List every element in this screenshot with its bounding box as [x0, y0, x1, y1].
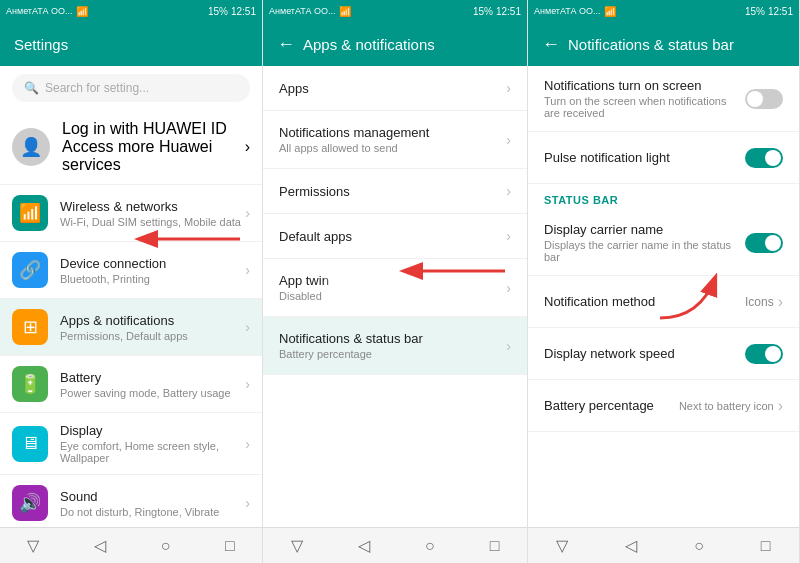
turn-on-text: Notifications turn on screen Turn on the…: [544, 78, 745, 119]
apps-subtitle: Permissions, Default apps: [60, 330, 245, 342]
toggle-turn-on[interactable]: [745, 89, 783, 109]
chevron-right-icon: ›: [245, 319, 250, 335]
turn-on-subtitle: Turn on the screen when notifications ar…: [544, 95, 745, 119]
notif-item-battery-pct[interactable]: Battery percentage Next to battery icon …: [528, 380, 799, 432]
time-2: 12:51: [496, 6, 521, 17]
display-subtitle: Eye comfort, Home screen style, Wallpape…: [60, 440, 245, 464]
wireless-icon: 📶: [12, 195, 48, 231]
settings-item-apps[interactable]: ⊞ Apps & notifications Permissions, Defa…: [0, 299, 262, 356]
network-text: Display network speed: [544, 346, 745, 361]
toggle-pulse[interactable]: [745, 148, 783, 168]
wireless-subtitle: Wi-Fi, Dual SIM settings, Mobile data: [60, 216, 245, 228]
twin-subtitle: Disabled: [279, 290, 329, 302]
carrier-text-1: АнметАТА ОО...: [6, 6, 73, 16]
nav-down-3[interactable]: ▽: [548, 532, 576, 559]
apps-item-notif-mgmt[interactable]: Notifications management All apps allowe…: [263, 111, 527, 169]
status-bar-1: АнметАТА ОО... 📶 15% 12:51: [0, 0, 262, 22]
notif-mgmt-subtitle: All apps allowed to send: [279, 142, 429, 154]
chevron-right-icon: ›: [778, 293, 783, 311]
battery-pct-value: Next to battery icon: [679, 400, 774, 412]
settings-search[interactable]: 🔍 Search for setting...: [12, 74, 250, 102]
nav-home-3[interactable]: ○: [686, 533, 712, 559]
permissions-title: Permissions: [279, 184, 350, 199]
notif-item-carrier: Display carrier name Displays the carrie…: [528, 210, 799, 276]
toggle-thumb: [765, 150, 781, 166]
nav-back-2[interactable]: ◁: [350, 532, 378, 559]
search-icon: 🔍: [24, 81, 39, 95]
back-button-3[interactable]: ←: [542, 34, 560, 55]
nav-back-1[interactable]: ◁: [86, 532, 114, 559]
signal-icon-3: 📶: [604, 6, 616, 17]
apps-item-permissions[interactable]: Permissions ›: [263, 169, 527, 214]
carrier-text: Display carrier name Displays the carrie…: [544, 222, 745, 263]
apps-title: Apps & notifications: [60, 313, 245, 328]
huawei-text: Log in with HUAWEI ID Access more Huawei…: [62, 120, 245, 174]
device-subtitle: Bluetooth, Printing: [60, 273, 245, 285]
avatar: 👤: [12, 128, 50, 166]
settings-title: Settings: [14, 36, 248, 53]
chevron-right-icon: ›: [245, 262, 250, 278]
settings-list: 👤 Log in with HUAWEI ID Access more Huaw…: [0, 110, 262, 527]
toggle-thumb: [765, 346, 781, 362]
notif-item-pulse: Pulse notification light: [528, 132, 799, 184]
chevron-right-icon: ›: [506, 183, 511, 199]
apps-item-notif-status[interactable]: Notifications & status bar Battery perce…: [263, 317, 527, 375]
nav-recent-3[interactable]: □: [753, 533, 779, 559]
settings-item-battery[interactable]: 🔋 Battery Power saving mode, Battery usa…: [0, 356, 262, 413]
settings-item-huawei[interactable]: 👤 Log in with HUAWEI ID Access more Huaw…: [0, 110, 262, 185]
notif-mgmt-title: Notifications management: [279, 125, 429, 140]
apps-item-apps[interactable]: Apps ›: [263, 66, 527, 111]
battery-pct-text: Battery percentage: [544, 398, 679, 413]
sound-icon: 🔊: [12, 485, 48, 521]
settings-item-display[interactable]: 🖥 Display Eye comfort, Home screen style…: [0, 413, 262, 475]
settings-item-sound[interactable]: 🔊 Sound Do not disturb, Ringtone, Vibrat…: [0, 475, 262, 527]
pulse-text: Pulse notification light: [544, 150, 745, 165]
battery-icon: 🔋: [12, 366, 48, 402]
toggle-thumb: [747, 91, 763, 107]
display-icon: 🖥: [12, 426, 48, 462]
notif-status-subtitle: Battery percentage: [279, 348, 423, 360]
settings-item-wireless[interactable]: 📶 Wireless & networks Wi-Fi, Dual SIM se…: [0, 185, 262, 242]
display-title: Display: [60, 423, 245, 438]
sound-subtitle: Do not disturb, Ringtone, Vibrate: [60, 506, 245, 518]
nav-recent-2[interactable]: □: [482, 533, 508, 559]
back-button-2[interactable]: ←: [277, 34, 295, 55]
apps-item-twin[interactable]: App twin Disabled ›: [263, 259, 527, 317]
nav-down-2[interactable]: ▽: [283, 532, 311, 559]
chevron-right-icon: ›: [506, 132, 511, 148]
apps-item-default-apps[interactable]: Default apps ›: [263, 214, 527, 259]
twin-title: App twin: [279, 273, 329, 288]
notif-status-title: Notifications & status bar: [279, 331, 423, 346]
chevron-right-icon: ›: [778, 397, 783, 415]
wireless-text: Wireless & networks Wi-Fi, Dual SIM sett…: [60, 199, 245, 228]
battery-2: 15%: [473, 6, 493, 17]
settings-item-device[interactable]: 🔗 Device connection Bluetooth, Printing …: [0, 242, 262, 299]
time-1: 12:51: [231, 6, 256, 17]
nav-recent-1[interactable]: □: [217, 533, 243, 559]
status-bar-3: АнметАТА ОО... 📶 15% 12:51: [528, 0, 799, 22]
method-text: Notification method: [544, 294, 745, 309]
sound-text: Sound Do not disturb, Ringtone, Vibrate: [60, 489, 245, 518]
battery-3: 15%: [745, 6, 765, 17]
chevron-right-icon: ›: [245, 138, 250, 156]
nav-bar-1: ▽ ◁ ○ □: [0, 527, 262, 563]
carrier-text-3: АнметАТА ОО...: [534, 6, 601, 16]
apps-icon: ⊞: [12, 309, 48, 345]
nav-back-3[interactable]: ◁: [617, 532, 645, 559]
method-value: Icons: [745, 295, 774, 309]
nav-down-1[interactable]: ▽: [19, 532, 47, 559]
chevron-right-icon: ›: [506, 228, 511, 244]
notif-item-network: Display network speed: [528, 328, 799, 380]
device-text: Device connection Bluetooth, Printing: [60, 256, 245, 285]
battery-pct-title: Battery percentage: [544, 398, 679, 413]
toggle-carrier[interactable]: [745, 233, 783, 253]
notif-item-method[interactable]: Notification method Icons ›: [528, 276, 799, 328]
chevron-right-icon: ›: [506, 280, 511, 296]
chevron-right-icon: ›: [245, 376, 250, 392]
device-title: Device connection: [60, 256, 245, 271]
notif-list: Notifications turn on screen Turn on the…: [528, 66, 799, 527]
nav-home-1[interactable]: ○: [153, 533, 179, 559]
toggle-network[interactable]: [745, 344, 783, 364]
huawei-title: Log in with HUAWEI ID: [62, 120, 245, 138]
nav-home-2[interactable]: ○: [417, 533, 443, 559]
